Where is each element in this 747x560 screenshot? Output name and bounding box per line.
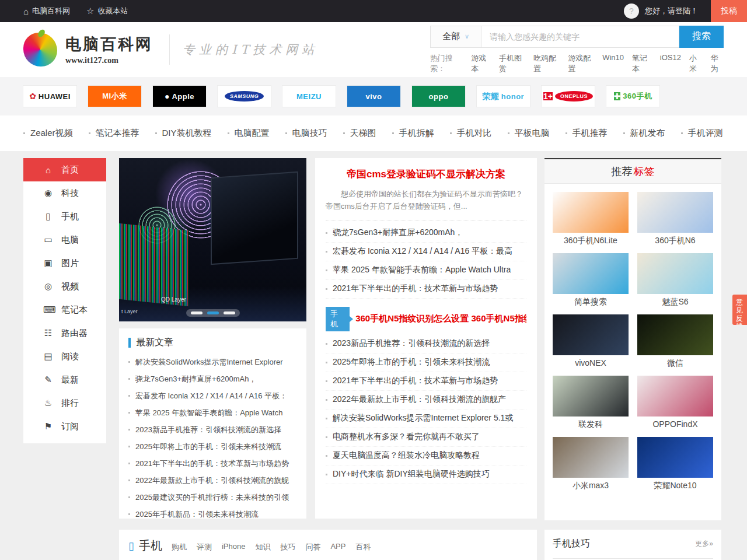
article-link[interactable]: 苹果 2025 年款智能手表前瞻：Apple Watch — [128, 404, 297, 421]
nav-item[interactable]: 电脑配置 — [228, 128, 270, 139]
featured-headline[interactable]: 帝国cms登录验证码不显示解决方案 — [326, 167, 526, 181]
tag-card[interactable]: 魅蓝S6 — [637, 253, 713, 307]
sidebar-item[interactable]: ⌨ 笔记本 — [23, 298, 106, 321]
brand-xiaomi[interactable]: MI小米 — [88, 86, 141, 107]
article-link[interactable]: 2025最建议买的手机排行榜：未来科技的引领 — [128, 489, 297, 506]
topbar-favorite-link[interactable]: ☆ 收藏本站 — [86, 6, 128, 16]
phone-section-link[interactable]: iPhone — [222, 542, 245, 552]
phone-section-link[interactable]: 问答 — [305, 542, 320, 552]
tag-card[interactable]: 360手机N6Lite — [553, 192, 629, 246]
phone-section-link[interactable]: 百科 — [355, 542, 371, 552]
article-link[interactable]: 2021年下半年出的手机：技术革新与市场趋势 — [326, 372, 526, 391]
nav-item[interactable]: 平板电脑 — [508, 128, 550, 139]
sub-headline[interactable]: 360手机N5指纹识别怎么设置 360手机N5指纹 — [355, 313, 526, 324]
sidebar-item[interactable]: ✎ 最新 — [23, 368, 106, 391]
brand-oppo[interactable]: oppo — [412, 86, 465, 107]
sidebar-item[interactable]: ▤ 阅读 — [23, 345, 106, 368]
article-link[interactable]: 2025年手机新品：引领未来科技潮流 — [128, 506, 297, 523]
brand-samsung[interactable]: SAMSUNG — [218, 86, 271, 107]
nav-item[interactable]: DIY装机教程 — [155, 128, 212, 139]
sidebar-item[interactable]: ▭ 电脑 — [23, 228, 106, 251]
article-link[interactable]: 2022年最新款上市手机：引领科技潮流的旗舰 — [128, 472, 297, 489]
sidebar-item[interactable]: ◉ 科技 — [23, 181, 106, 205]
article-link[interactable]: 电商整机水有多深？看完你就再不敢买了 — [326, 428, 526, 447]
phone-section-link[interactable]: 购机 — [172, 542, 187, 552]
topbar-home-link[interactable]: ⌂ 电脑百科网 — [23, 6, 70, 16]
nav-item[interactable]: 新机发布 — [623, 128, 665, 139]
brand-apple[interactable]: ● Apple — [153, 86, 206, 107]
article-link[interactable]: 骁龙7sGen3+耐摔直屏+6200mAh， — [128, 370, 297, 387]
article-link[interactable]: 骁龙7sGen3+耐摔直屏+6200mAh， — [326, 224, 526, 243]
hot-search-keyword[interactable]: 手机图赏 — [499, 53, 525, 74]
article-link[interactable]: 2021年下半年出的手机：技术革新与市场趋势 — [326, 280, 526, 299]
nav-item[interactable]: 天梯图 — [343, 128, 376, 139]
sidebar-item[interactable]: ▣ 图片 — [23, 251, 106, 275]
tag-card[interactable]: 360手机N6 — [637, 192, 713, 246]
phone-section-link[interactable]: 技巧 — [280, 542, 295, 552]
tag-card[interactable]: 简单搜索 — [553, 253, 629, 307]
carousel-dot-2-active[interactable] — [207, 312, 219, 314]
article-link[interactable]: 夏天电脑温度高？组装水冷电脑攻略教程 — [326, 447, 526, 466]
login-link[interactable]: 您好，请登陆！ — [645, 6, 698, 16]
nav-item[interactable]: 手机对比 — [450, 128, 492, 139]
article-link[interactable]: 2023新品手机推荐：引领科技潮流的新选择 — [128, 421, 297, 438]
hot-search-keyword[interactable]: 华为 — [710, 53, 724, 74]
sidebar-item[interactable]: ◎ 视频 — [23, 275, 106, 298]
article-link[interactable]: 解决安装SolidWorks提示需Internet Explorer — [128, 354, 297, 370]
brand-360[interactable]: ✚ 360手机 — [606, 86, 659, 107]
search-button[interactable]: 搜索 — [679, 26, 724, 48]
tag-card[interactable]: 小米max3 — [553, 437, 629, 491]
article-link[interactable]: 2022年最新款上市手机：引领科技潮流的旗舰产 — [326, 391, 526, 410]
carousel-dot-3[interactable] — [224, 312, 235, 314]
sidebar-item[interactable]: ♨ 排行 — [23, 391, 106, 415]
article-link[interactable]: 2021年下半年出的手机：技术革新与市场趋势 — [128, 455, 297, 472]
nav-item[interactable]: 手机推荐 — [566, 128, 608, 139]
submit-post-button[interactable]: 投稿 — [711, 0, 747, 22]
hot-search-keyword[interactable]: 游戏本 — [471, 53, 491, 74]
brand-huawei[interactable]: ✿ HUAWEI — [23, 86, 76, 107]
search-category-select[interactable]: 全部 ∨ — [430, 26, 481, 48]
brand-honor[interactable]: 荣耀 honor — [477, 86, 530, 107]
sidebar-item[interactable]: ☷ 路由器 — [23, 321, 106, 345]
phone-section-link[interactable]: 评测 — [197, 542, 212, 552]
article-link[interactable]: DIY+时代来临 新DIY组装电脑硬件选购技巧 — [326, 466, 526, 484]
hot-search-keyword[interactable]: Win10 — [602, 53, 624, 74]
more-link[interactable]: 更多» — [695, 539, 713, 549]
search-input[interactable] — [481, 26, 679, 48]
site-logo[interactable]: 电脑百科网 www.it127.com — [23, 33, 153, 66]
nav-item[interactable]: 手机评测 — [681, 128, 723, 139]
article-link[interactable]: 2023新品手机推荐：引领科技潮流的新选择 — [326, 335, 526, 354]
carousel-dot-1[interactable] — [191, 312, 203, 314]
nav-item[interactable]: 手机拆解 — [392, 128, 434, 139]
article-link[interactable]: 解决安装SolidWorks提示需Internet Explorer 5.1或 — [326, 410, 526, 428]
hot-search-keyword[interactable]: 游戏配置 — [568, 53, 594, 74]
article-link[interactable]: 宏碁发布 Iconia X12 / X14 / A14 / A16 平板：最高 — [326, 243, 526, 261]
tag-card[interactable]: 联发科 — [553, 376, 629, 430]
hot-search-keyword[interactable]: 吃鸡配置 — [533, 53, 560, 74]
phone-section-link[interactable]: 知识 — [255, 542, 270, 552]
brand-meizu[interactable]: MEIZU — [282, 86, 336, 107]
sidebar-item[interactable]: ⌂ 首页 — [23, 158, 106, 181]
category-tag[interactable]: 手机 — [326, 307, 350, 331]
brand-oneplus[interactable]: 1+ ONEPLUS — [542, 86, 595, 107]
sidebar-item[interactable]: ⚑ 订阅 — [23, 415, 106, 438]
tag-card[interactable]: 荣耀Note10 — [637, 437, 713, 491]
article-link[interactable]: 宏碁发布 Iconia X12 / X14 / A14 / A16 平板： — [128, 387, 297, 404]
tag-card[interactable]: vivoNEX — [553, 314, 629, 369]
nav-item[interactable]: 笔记本推荐 — [89, 128, 139, 139]
sidebar-item[interactable]: ▯ 手机 — [23, 205, 106, 228]
hot-search-keyword[interactable]: iOS12 — [660, 53, 681, 74]
feedback-tab[interactable]: 意见反馈 — [732, 295, 747, 325]
phone-section-title-wrap[interactable]: ▯ 手机 — [128, 538, 162, 554]
phone-section-link[interactable]: APP — [330, 542, 345, 552]
article-link[interactable]: 2025年即将上市的手机：引领未来科技潮流 — [128, 438, 297, 455]
hot-search-keyword[interactable]: 笔记本 — [632, 53, 652, 74]
nav-item[interactable]: 电脑技巧 — [285, 128, 327, 139]
brand-vivo[interactable]: vivo — [347, 86, 400, 107]
article-link[interactable]: 苹果 2025 年款智能手表前瞻：Apple Watch Ultra — [326, 261, 526, 280]
nav-item[interactable]: Zealer视频 — [23, 128, 73, 139]
tag-card[interactable]: OPPOFindX — [637, 376, 713, 430]
carousel-slide[interactable]: QD Layer t Layer — [119, 158, 306, 321]
hot-search-keyword[interactable]: 小米 — [689, 53, 703, 74]
tag-card[interactable]: 微信 — [637, 314, 713, 369]
